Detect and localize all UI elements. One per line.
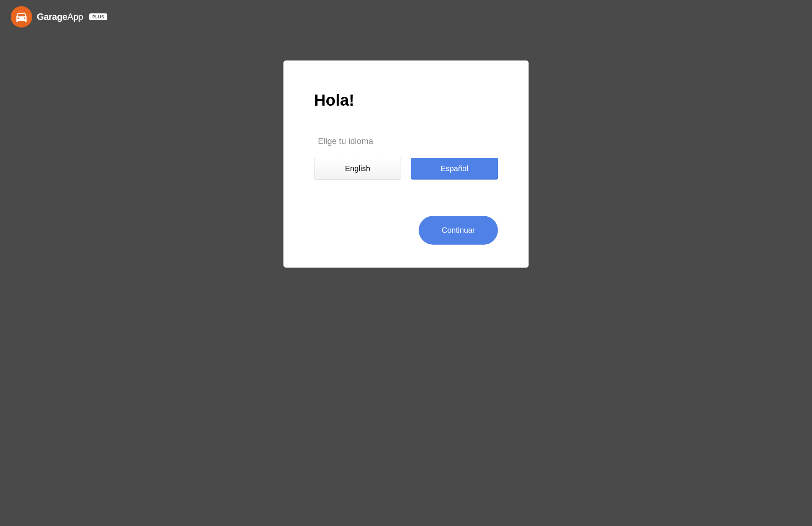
app-header: GarageApp PLUS bbox=[0, 0, 812, 34]
brand-bold-text: Garage bbox=[37, 11, 67, 22]
choose-language-label: Elige tu idioma bbox=[314, 136, 498, 146]
plus-badge: PLUS bbox=[89, 13, 107, 20]
continue-row: Continuar bbox=[314, 216, 498, 245]
language-selection-card: Hola! Elige tu idioma English Español Co… bbox=[283, 60, 529, 268]
car-icon bbox=[15, 10, 28, 24]
brand-name: GarageApp bbox=[37, 11, 83, 22]
spanish-language-button[interactable]: Español bbox=[411, 158, 498, 180]
greeting-title: Hola! bbox=[314, 91, 498, 109]
english-language-button[interactable]: English bbox=[314, 158, 401, 180]
logo-circle bbox=[11, 6, 32, 28]
continue-button[interactable]: Continuar bbox=[419, 216, 498, 245]
language-button-group: English Español bbox=[314, 158, 498, 180]
main-container: Hola! Elige tu idioma English Español Co… bbox=[0, 34, 812, 268]
brand-light-text: App bbox=[67, 11, 83, 22]
